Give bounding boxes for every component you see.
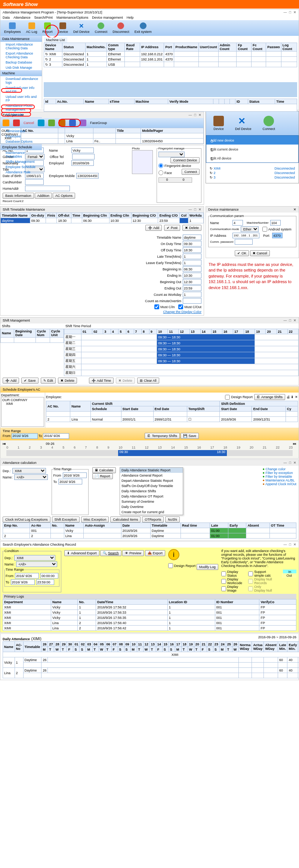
table-row[interactable]: ▶1VickyNormal2000/1/12999/12/31☐2016/9/2… — [46, 412, 298, 417]
dm-port[interactable] — [272, 233, 283, 238]
mustcout-chk[interactable] — [178, 304, 183, 309]
name-input[interactable] — [71, 148, 94, 153]
table-row[interactable]: Normal2016/9/261Week — [1, 338, 64, 343]
tempshift-btn[interactable]: 🗓 Temporary Shifts — [145, 433, 180, 439]
to-date[interactable] — [43, 433, 69, 439]
cw-input[interactable] — [183, 292, 201, 297]
link-fex[interactable]: Filter by exception — [265, 471, 293, 475]
close-icon[interactable]: ✕ — [293, 10, 296, 14]
arrange-btn[interactable]: 🗓 Arrange Shifts — [254, 394, 285, 400]
side-timetables[interactable]: Maintenance Timetables — [0, 150, 42, 159]
zoom-device-btn[interactable]: Device — [210, 114, 227, 132]
calculate-btn[interactable]: 🖩 Calculate — [92, 467, 116, 473]
facegroup-btn[interactable]: FaceGroup — [90, 121, 107, 125]
rep-item[interactable]: Staff's On-Duty/Off-Duty Timetable — [120, 483, 183, 489]
eo-input[interactable] — [183, 285, 201, 291]
tab-basic[interactable]: Basic Information — [3, 193, 34, 199]
tab-addition[interactable]: Addition — [35, 193, 52, 199]
s-t2[interactable] — [36, 579, 54, 585]
name-select[interactable]: <All> — [14, 474, 48, 480]
menu-edit-all[interactable]: EEdit All device — [206, 154, 298, 162]
tool-icon[interactable] — [3, 120, 9, 126]
rep-item[interactable]: Daily Attendance Statistic Report — [120, 468, 183, 473]
col-pt[interactable]: Port — [164, 43, 174, 52]
tool-icon[interactable] — [69, 120, 76, 126]
leave-input[interactable] — [183, 260, 201, 266]
color-link[interactable]: Change the Display Color — [163, 310, 201, 314]
side-empsched[interactable]: Employee Schedule — [0, 164, 42, 170]
connect-device-btn[interactable]: Connect Device — [170, 157, 200, 163]
menu-data[interactable]: Data — [3, 16, 10, 19]
tb-connect[interactable]: Connect — [93, 22, 109, 34]
rep-item[interactable]: Depart Attendance Statistic Report — [120, 478, 183, 483]
table-row[interactable]: ↻ 2Disconnected1Ethernet192.168.1.201437… — [44, 57, 297, 62]
col-mn[interactable]: MachineNo. — [85, 43, 107, 52]
android-chk[interactable] — [262, 227, 267, 232]
tn-input[interactable] — [183, 235, 201, 240]
dm-ip[interactable] — [232, 233, 259, 238]
tool-icon[interactable] — [13, 120, 20, 126]
cm-input[interactable] — [183, 298, 201, 304]
save-btn[interactable]: ✔ Save — [21, 378, 38, 384]
s-dep[interactable]: XIMI — [14, 555, 55, 561]
table-row[interactable]: XIMIVicky12016/9/26 17:56:331001FP — [3, 610, 296, 615]
enroll-btn[interactable]: Connect — [182, 169, 200, 175]
tool-icon[interactable] — [59, 120, 65, 126]
search-btn[interactable]: 🔍 Search — [100, 550, 121, 556]
dm-cp[interactable] — [235, 239, 253, 245]
ei-input[interactable] — [183, 273, 201, 278]
menu-device[interactable]: Device management — [92, 16, 123, 19]
cancel-btn[interactable]: ✖ Cancel — [250, 250, 270, 256]
col-lc[interactable]: Log Count — [281, 43, 297, 52]
table-row[interactable]: XIMILina22016/9/26 17:56:421001FP — [3, 626, 296, 631]
tb-exit[interactable]: Exit system — [133, 22, 153, 34]
rep-item[interactable]: Summary of Overtime — [120, 499, 183, 504]
export-btn[interactable]: 📤 Export — [145, 550, 165, 556]
side-db[interactable]: Database Options — [0, 139, 42, 144]
tab-calc[interactable]: Calculated Items — [110, 517, 141, 523]
table-row[interactable]: XIMIVicky12016/9/26 17:56:321001FP — [3, 605, 296, 610]
tb-deldevice[interactable]: ✕Del Device — [72, 22, 91, 34]
table-row[interactable]: Vicky — [21, 133, 204, 139]
rep-item[interactable]: Daily Attendance Shifts — [120, 489, 183, 494]
col-ip[interactable]: IP Address — [140, 43, 164, 52]
table-row[interactable]: 001Vicky2016/9/26Daytime01:00 — [3, 528, 296, 533]
di-chk[interactable] — [221, 586, 226, 591]
menu-search[interactable]: Search/Print — [34, 16, 53, 19]
rep-item[interactable]: Create report for current grid — [120, 509, 183, 515]
on-input[interactable] — [183, 241, 201, 247]
tab-shiftex[interactable]: Shift Exception — [52, 517, 80, 523]
emp-input[interactable] — [71, 160, 94, 166]
preview-btn[interactable]: 👁 Preview — [122, 550, 144, 556]
dr-chk[interactable] — [225, 395, 230, 400]
post-btn[interactable]: ✔ Post — [164, 225, 180, 231]
calc-to[interactable] — [58, 479, 82, 484]
s-from[interactable] — [15, 573, 39, 579]
home-input[interactable] — [25, 186, 70, 191]
s-to[interactable] — [11, 579, 35, 585]
menu-maintenance[interactable]: Maintenance/Options — [56, 16, 88, 19]
tab-machinelist[interactable]: Machine List — [44, 37, 67, 43]
off-input[interactable] — [183, 247, 201, 253]
col-dn[interactable]: Device Name — [44, 43, 62, 52]
tool-icon[interactable] — [38, 120, 44, 126]
side-photo[interactable]: Attendance Photo Management — [0, 103, 42, 112]
side-shifts[interactable]: Shifts Management — [0, 159, 42, 164]
tb-aclog[interactable]: AC Log — [25, 22, 39, 34]
bi-input[interactable] — [183, 266, 201, 272]
dm-cm[interactable]: Ethernet — [241, 226, 259, 232]
late-input[interactable] — [183, 254, 201, 259]
link-maint[interactable]: Maintenance AL/BL — [265, 478, 295, 482]
fp-select[interactable] — [158, 152, 185, 157]
tab-miscex[interactable]: Misc Exception — [81, 517, 109, 523]
edit-btn[interactable]: ✎ Edit — [41, 378, 56, 384]
menu-attendance[interactable]: Attendance — [13, 16, 31, 19]
dept-company[interactable]: OUR COMPANY — [2, 398, 43, 402]
from-date[interactable] — [12, 433, 38, 439]
tb-device[interactable]: Device — [56, 22, 70, 34]
col-pw[interactable]: Passwo — [266, 43, 281, 52]
tb-report[interactable]: Report — [41, 22, 54, 34]
clearall-btn[interactable]: ⊞ Clear All — [137, 378, 159, 384]
del-btn[interactable]: ✖ Delete — [182, 225, 201, 231]
col-ac[interactable]: Admin Count — [218, 43, 237, 52]
